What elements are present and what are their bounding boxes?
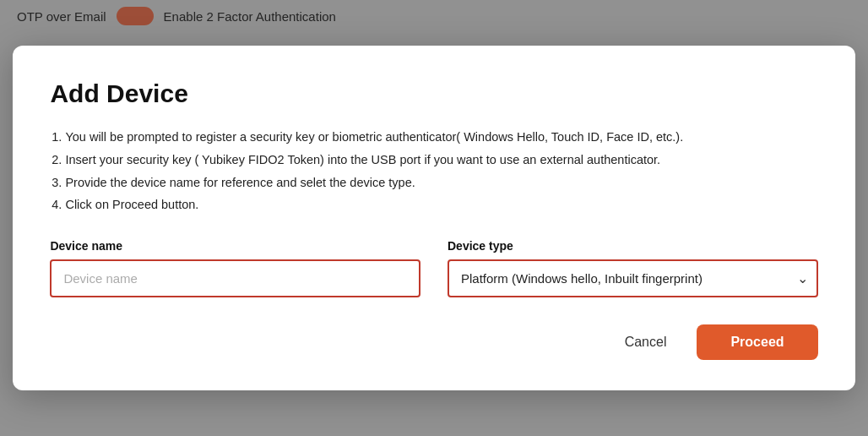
cancel-button[interactable]: Cancel [611,326,681,358]
device-name-input[interactable] [50,259,420,297]
device-name-label: Device name [50,239,420,253]
device-type-select[interactable]: Platform (Windows hello, Inbuilt fingerp… [448,259,818,297]
instruction-2: Insert your security key ( Yubikey FIDO2… [65,150,817,171]
device-type-group: Device type Platform (Windows hello, Inb… [448,239,818,297]
device-name-group: Device name [50,239,420,297]
modal-footer: Cancel Proceed [50,324,817,360]
add-device-modal: Add Device You will be prompted to regis… [13,46,854,390]
device-type-select-wrapper: Platform (Windows hello, Inbuilt fingerp… [448,259,818,297]
instruction-3: Provide the device name for reference an… [65,172,817,193]
instruction-4: Click on Proceed button. [65,194,817,215]
instructions-list: You will be prompted to register a secur… [50,127,817,215]
device-type-label: Device type [448,239,818,253]
instruction-1: You will be prompted to register a secur… [65,127,817,148]
form-row: Device name Device type Platform (Window… [50,239,817,297]
proceed-button[interactable]: Proceed [697,324,817,360]
modal-title: Add Device [50,79,817,108]
